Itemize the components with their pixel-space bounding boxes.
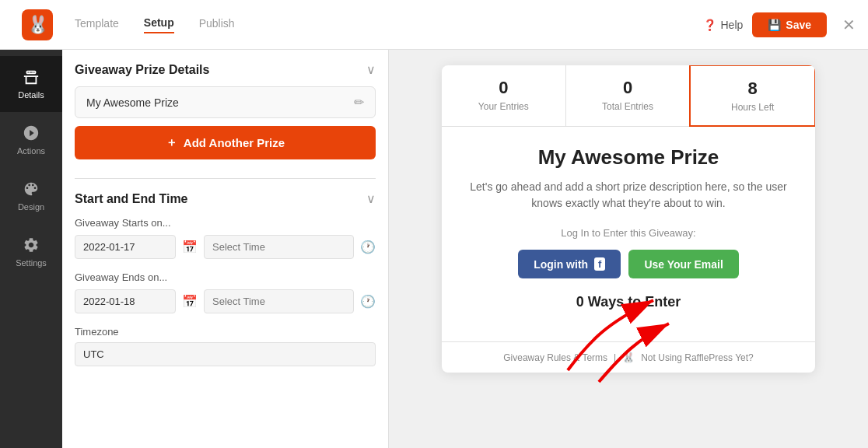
edit-icon[interactable]: ✏ xyxy=(354,95,364,110)
hours-left-label: Hours Left xyxy=(697,102,808,113)
nav-publish[interactable]: Publish xyxy=(199,17,235,33)
rules-link[interactable]: Giveaway Rules & Terms xyxy=(503,352,607,363)
prize-section-header: Giveaway Prize Details ∨ xyxy=(75,62,376,77)
end-clock-icon[interactable]: 🕐 xyxy=(360,294,376,309)
add-prize-button[interactable]: ＋ Add Another Prize xyxy=(75,126,376,159)
rafflepress-logo-small: 🐰 xyxy=(622,352,635,363)
end-calendar-icon[interactable]: 📅 xyxy=(182,294,198,309)
top-bar: 🐰 Template Setup Publish ❓ Help 💾 Save ✕ xyxy=(0,0,868,50)
logo-area: 🐰 xyxy=(12,9,62,40)
total-entries-label: Total Entries xyxy=(572,101,684,112)
login-btn-row: Login with f Use Your Email xyxy=(460,250,796,278)
nav-template[interactable]: Template xyxy=(75,17,119,33)
sidebar-item-details[interactable]: Details xyxy=(0,56,62,112)
login-prompt: Log In to Enter this Giveaway: xyxy=(460,227,796,239)
save-icon: 💾 xyxy=(768,19,781,31)
your-entries-number: 0 xyxy=(448,78,559,98)
not-using-link[interactable]: Not Using RafflePress Yet? xyxy=(641,352,754,363)
prize-content-area: My Awesome Prize Let's go ahead and add … xyxy=(442,127,815,341)
stats-row: 0 Your Entries 0 Total Entries 8 Hours L… xyxy=(442,65,815,127)
close-button[interactable]: ✕ xyxy=(842,16,856,34)
stat-your-entries: 0 Your Entries xyxy=(442,65,566,126)
total-entries-number: 0 xyxy=(572,78,684,98)
your-entries-label: Your Entries xyxy=(448,101,559,112)
prize-name: My Awesome Prize xyxy=(86,96,179,109)
starts-label: Giveaway Starts on... xyxy=(75,217,376,229)
time-chevron-icon[interactable]: ∨ xyxy=(366,191,376,206)
preview-card: 0 Your Entries 0 Total Entries 8 Hours L… xyxy=(442,65,815,373)
preview-prize-title: My Awesome Prize xyxy=(460,145,796,170)
facebook-icon: f xyxy=(594,257,605,271)
prize-item: My Awesome Prize ✏ xyxy=(75,86,376,118)
help-button[interactable]: ❓ Help xyxy=(703,19,744,31)
app-logo: 🐰 xyxy=(22,9,53,40)
start-date-input[interactable] xyxy=(75,235,176,259)
start-time-input[interactable] xyxy=(204,235,354,259)
preview-panel: 0 Your Entries 0 Total Entries 8 Hours L… xyxy=(389,50,868,448)
timezone-value: UTC xyxy=(75,342,376,366)
time-section-title: Start and End Time xyxy=(75,192,188,206)
facebook-login-button[interactable]: Login with f xyxy=(518,250,621,278)
stat-total-entries: 0 Total Entries xyxy=(566,65,691,126)
end-date-row: 📅 🕐 xyxy=(75,289,376,313)
end-time-input[interactable] xyxy=(204,289,354,313)
settings-panel: Giveaway Prize Details ∨ My Awesome Priz… xyxy=(62,50,389,448)
stat-hours-left: 8 Hours Left xyxy=(689,65,815,127)
section-divider xyxy=(75,178,376,179)
preview-footer: Giveaway Rules & Terms | 🐰 Not Using Raf… xyxy=(442,341,815,373)
sidebar: Details Actions Design Settings xyxy=(0,50,62,448)
email-login-button[interactable]: Use Your Email xyxy=(628,250,738,278)
prize-section-title: Giveaway Prize Details xyxy=(75,63,209,77)
prize-chevron-icon[interactable]: ∨ xyxy=(366,62,376,77)
sidebar-label-design: Design xyxy=(18,202,44,212)
footer-divider: | xyxy=(614,352,616,363)
help-circle-icon: ❓ xyxy=(703,19,716,31)
top-nav: Template Setup Publish xyxy=(75,16,703,33)
settings-icon xyxy=(23,236,40,254)
main-layout: Details Actions Design Settings Giveaway… xyxy=(0,50,868,448)
sidebar-label-details: Details xyxy=(18,90,44,100)
timezone-label: Timezone xyxy=(75,326,376,338)
design-icon xyxy=(23,180,40,198)
sidebar-label-settings: Settings xyxy=(16,258,47,268)
sidebar-item-actions[interactable]: Actions xyxy=(0,112,62,168)
start-clock-icon[interactable]: 🕐 xyxy=(360,240,376,254)
sidebar-label-actions: Actions xyxy=(17,146,45,156)
sidebar-item-settings[interactable]: Settings xyxy=(0,224,62,280)
end-date-input[interactable] xyxy=(75,289,176,313)
preview-prize-desc: Let's go ahead and add a short prize des… xyxy=(460,179,796,212)
top-actions: ❓ Help 💾 Save ✕ xyxy=(703,12,856,37)
hours-left-number: 8 xyxy=(697,79,808,99)
save-button[interactable]: 💾 Save xyxy=(752,12,827,37)
login-with-text: Login with xyxy=(534,258,588,271)
nav-setup[interactable]: Setup xyxy=(144,16,174,33)
start-date-row: 📅 🕐 xyxy=(75,235,376,259)
sidebar-item-design[interactable]: Design xyxy=(0,168,62,224)
gift-icon xyxy=(23,68,40,86)
ways-to-enter: 0 Ways to Enter xyxy=(460,294,796,310)
actions-icon xyxy=(23,124,40,142)
time-section-header: Start and End Time ∨ xyxy=(75,191,376,206)
ends-label: Giveaway Ends on... xyxy=(75,271,376,283)
plus-icon: ＋ xyxy=(166,135,177,150)
start-calendar-icon[interactable]: 📅 xyxy=(182,240,198,254)
